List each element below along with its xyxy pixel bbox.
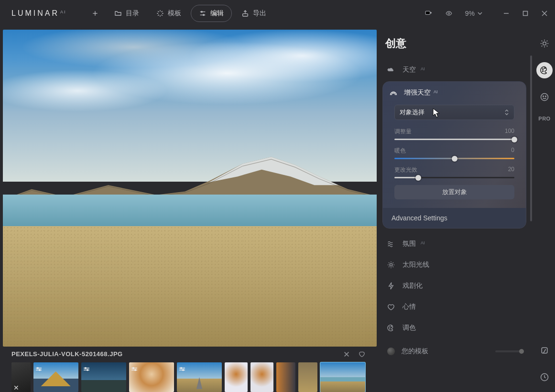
svg-line-37 bbox=[389, 262, 389, 263]
zoom-dropdown[interactable]: 9% bbox=[465, 10, 482, 17]
svg-point-53 bbox=[543, 69, 544, 70]
slider-label: 调整量 bbox=[394, 128, 412, 136]
svg-point-26 bbox=[133, 368, 134, 369]
rail-creative-button[interactable] bbox=[536, 62, 553, 78]
slider-relight[interactable]: 更改光效20 bbox=[394, 166, 514, 178]
svg-line-39 bbox=[389, 267, 389, 267]
tool-sky[interactable]: 天空 AI bbox=[382, 59, 526, 80]
logo-badge: AI bbox=[60, 10, 66, 14]
thumbnail[interactable] bbox=[225, 362, 248, 392]
svg-point-57 bbox=[543, 96, 544, 97]
sunrays-icon bbox=[387, 261, 395, 269]
cloud-icon bbox=[387, 66, 395, 74]
tool-label: 太阳光线 bbox=[403, 261, 429, 269]
tool-dramatic[interactable]: 戏剧化 bbox=[382, 275, 526, 296]
ai-badge: AI bbox=[434, 89, 438, 94]
svg-point-56 bbox=[541, 94, 548, 101]
svg-point-54 bbox=[543, 71, 544, 72]
minimize-icon[interactable] bbox=[503, 11, 509, 16]
object-select-dropdown[interactable]: 对象选择 bbox=[394, 105, 514, 120]
zoom-value: 9% bbox=[465, 10, 475, 17]
rail-face-button[interactable] bbox=[536, 89, 553, 105]
svg-line-51 bbox=[542, 46, 543, 47]
card-title: 增强天空 bbox=[404, 88, 431, 97]
logo-text: LUMINAR bbox=[11, 9, 59, 18]
rail-light-button[interactable] bbox=[536, 35, 553, 52]
sparkle-icon bbox=[156, 10, 164, 17]
svg-point-44 bbox=[543, 42, 546, 45]
svg-point-22 bbox=[85, 368, 86, 369]
ai-badge: AI bbox=[421, 66, 425, 71]
svg-point-27 bbox=[135, 370, 136, 370]
rail-history-button[interactable] bbox=[536, 369, 553, 385]
nav-catalog[interactable]: 目录 bbox=[107, 5, 147, 22]
svg-rect-7 bbox=[425, 11, 430, 14]
updown-icon bbox=[504, 109, 509, 116]
svg-rect-59 bbox=[542, 348, 547, 353]
panel-scrollbar[interactable] bbox=[530, 55, 532, 299]
plus-icon bbox=[91, 10, 99, 17]
advanced-label: Advanced Settings bbox=[392, 214, 447, 222]
tool-sky-label: 天空 bbox=[403, 65, 416, 74]
thumbnail[interactable] bbox=[33, 362, 78, 392]
thumbnail-selected[interactable] bbox=[320, 362, 365, 392]
thumbnail[interactable] bbox=[298, 362, 317, 392]
eye-icon[interactable] bbox=[444, 10, 454, 17]
select-label: 对象选择 bbox=[400, 108, 424, 117]
svg-point-23 bbox=[87, 370, 88, 370]
card-header[interactable]: 增强天空 AI bbox=[383, 82, 526, 104]
svg-line-38 bbox=[393, 267, 393, 267]
tool-atmosphere[interactable]: 氛围 AI bbox=[382, 233, 526, 254]
nav-templates[interactable]: 模板 bbox=[149, 5, 189, 22]
panel-title: 创意 bbox=[385, 36, 524, 51]
templates-label: 您的模板 bbox=[402, 347, 428, 356]
nav-edit[interactable]: 编辑 bbox=[191, 5, 232, 22]
nav-edit-label: 编辑 bbox=[210, 9, 224, 18]
slider-amount[interactable]: 调整量100 bbox=[394, 128, 514, 140]
close-icon[interactable] bbox=[542, 11, 547, 16]
slider-label: 更改光效 bbox=[394, 166, 417, 174]
pro-label: PRO bbox=[538, 116, 550, 121]
tool-label: 心情 bbox=[403, 303, 416, 311]
svg-rect-11 bbox=[523, 11, 528, 16]
your-templates-row[interactable]: 您的模板 bbox=[382, 338, 526, 360]
thumbnail[interactable] bbox=[81, 362, 126, 392]
tool-label: 氛围 bbox=[403, 240, 416, 248]
palette-icon bbox=[387, 324, 395, 332]
nav-export[interactable]: 导出 bbox=[234, 5, 274, 22]
slider-value: 20 bbox=[508, 166, 514, 174]
remove-thumb-icon[interactable]: ✕ bbox=[13, 384, 19, 391]
place-object-button[interactable]: 放置对象 bbox=[394, 185, 514, 199]
rail-pro-button[interactable]: PRO bbox=[538, 116, 550, 121]
svg-line-50 bbox=[547, 46, 548, 47]
thumbnail[interactable] bbox=[250, 362, 273, 392]
tool-mood[interactable]: 心情 bbox=[382, 296, 526, 317]
template-strength-slider[interactable] bbox=[495, 350, 522, 352]
svg-point-32 bbox=[390, 263, 392, 266]
reject-icon[interactable] bbox=[343, 351, 350, 358]
waves-icon bbox=[387, 240, 395, 248]
svg-point-58 bbox=[545, 96, 546, 97]
svg-rect-6 bbox=[242, 14, 248, 16]
thumbnail[interactable]: ✕ bbox=[11, 362, 31, 392]
compare-icon[interactable] bbox=[424, 10, 433, 17]
add-button[interactable] bbox=[86, 6, 105, 21]
ai-badge: AI bbox=[421, 240, 425, 245]
thumbnail[interactable] bbox=[177, 362, 222, 392]
tool-sunrays[interactable]: 太阳光线 bbox=[382, 254, 526, 275]
tool-toning[interactable]: 调色 bbox=[382, 317, 526, 338]
favorite-icon[interactable] bbox=[359, 351, 365, 358]
palette-icon bbox=[540, 65, 549, 75]
advanced-settings-toggle[interactable]: Advanced Settings bbox=[383, 208, 526, 228]
rail-crop-button[interactable] bbox=[536, 342, 553, 359]
heart-icon bbox=[387, 303, 395, 311]
maximize-icon[interactable] bbox=[522, 11, 528, 16]
filmstrip: ✕ bbox=[11, 362, 365, 392]
slider-warmth[interactable]: 暖色0 bbox=[394, 147, 514, 159]
image-preview[interactable] bbox=[3, 30, 377, 347]
thumbnail[interactable] bbox=[276, 362, 295, 392]
svg-point-18 bbox=[37, 368, 38, 369]
slider-value: 100 bbox=[505, 128, 514, 136]
svg-point-9 bbox=[448, 12, 450, 14]
thumbnail[interactable] bbox=[129, 362, 174, 392]
